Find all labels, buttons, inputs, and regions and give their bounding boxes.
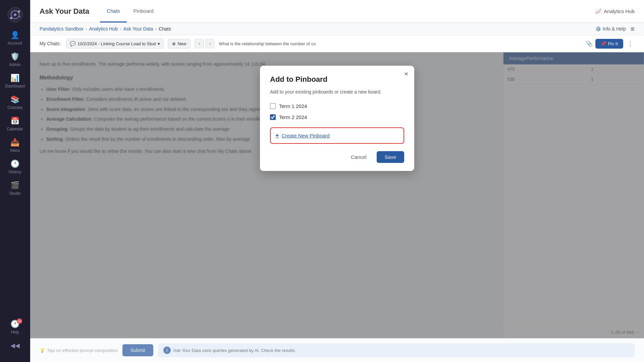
- create-new-pinboard-button[interactable]: + Create New Pinboard: [270, 127, 404, 144]
- nav-arrows: ‹ ›: [195, 39, 215, 48]
- lightbulb-icon: 💡: [40, 348, 45, 353]
- sidebar-item-account[interactable]: 👤 Account: [0, 27, 30, 49]
- term2-checkbox[interactable]: [270, 114, 276, 120]
- term1-checkbox[interactable]: [270, 103, 276, 109]
- chat-date-label: 10/2/2024 - Linking Course Load to Stud: [77, 41, 156, 46]
- sidebar-item-studio[interactable]: 🎬 Studio: [0, 178, 30, 199]
- my-chats-label: My Chats:: [40, 41, 61, 46]
- breadcrumb-analytics-hub[interactable]: Analytics Hub: [89, 26, 118, 32]
- ai-icon: i: [163, 347, 171, 354]
- svg-point-5: [19, 16, 20, 17]
- prev-arrow[interactable]: ‹: [195, 39, 204, 48]
- pin-it-button[interactable]: 📌 Pin It: [595, 39, 623, 49]
- svg-point-6: [11, 11, 12, 13]
- sidebar-item-history[interactable]: 🕐 History: [0, 156, 30, 178]
- sidebar-bottom: 🕐 10 Help ◀◀: [0, 316, 30, 359]
- info-help-label: Info & Help: [603, 26, 626, 32]
- content-area: have up to five enrollments. The average…: [30, 52, 644, 338]
- analytics-hub-icon: 📈: [595, 8, 602, 14]
- header-right: 📈 Analytics Hub: [595, 8, 635, 14]
- main-content: Ask Your Data Chats Pinboard 📈 Analytics…: [30, 0, 644, 362]
- sidebar-item-courses[interactable]: 📚 Courses: [0, 92, 30, 113]
- save-button[interactable]: Save: [377, 151, 404, 163]
- pinboard-option-term2[interactable]: Term 2 2024: [270, 112, 404, 123]
- tips-label: 💡 Tips on effective prompt composition: [40, 348, 118, 353]
- pinboard-option-term1[interactable]: Term 1 2024: [270, 101, 404, 112]
- analytics-hub-label: Analytics Hub: [604, 8, 635, 14]
- analytics-hub-button[interactable]: 📈 Analytics Hub: [595, 8, 635, 14]
- tab-chats[interactable]: Chats: [100, 0, 126, 22]
- sidebar-item-admin-label: Admin: [9, 62, 20, 67]
- pin-it-label: Pin It: [608, 41, 618, 46]
- page-title: Ask Your Data: [40, 7, 89, 16]
- footer: 💡 Tips on effective prompt composition S…: [30, 338, 644, 362]
- svg-point-2: [14, 13, 16, 16]
- courses-icon: 📚: [10, 95, 19, 104]
- sidebar-item-admin[interactable]: 🛡️ Admin: [0, 49, 30, 70]
- dashboard-icon: 📊: [10, 74, 19, 82]
- sidebar-item-calendar[interactable]: 📅 Calendar: [0, 113, 30, 135]
- grid-icon: ⊞: [631, 26, 635, 32]
- breadcrumb-right: ⚙️ Info & Help ⊞: [595, 26, 635, 32]
- sidebar-item-dashboard[interactable]: 📊 Dashboard: [0, 70, 30, 92]
- chat-selector[interactable]: 💬 10/2/2024 - Linking Course Load to Stu…: [66, 39, 164, 49]
- breadcrumb-sandbox[interactable]: Pandalytics Sandbox: [40, 26, 84, 32]
- modal-overlay[interactable]: × Add to Pinboard Add to your existing p…: [30, 52, 644, 338]
- calendar-icon: 📅: [10, 117, 19, 125]
- toolbar-actions: 📎 📌 Pin It ⋮: [586, 39, 635, 49]
- more-options-button[interactable]: ⋮: [626, 39, 635, 49]
- sidebar-item-calendar-label: Calendar: [7, 127, 23, 131]
- term1-label[interactable]: Term 1 2024: [279, 103, 307, 109]
- cancel-button[interactable]: Cancel: [345, 151, 373, 163]
- new-label: New: [177, 41, 186, 46]
- next-arrow[interactable]: ›: [205, 39, 215, 48]
- header-tabs: Chats Pinboard: [100, 0, 160, 22]
- sidebar-item-inbox-label: Inbox: [10, 148, 20, 153]
- ai-notice: i Ask Your Data uses queries generated b…: [158, 343, 635, 357]
- plus-icon: ⊕: [172, 41, 176, 46]
- breadcrumb-bar: Pandalytics Sandbox › Analytics Hub › As…: [30, 23, 644, 35]
- sidebar-item-inbox[interactable]: 📥 Inbox: [0, 135, 30, 156]
- page-header: Ask Your Data Chats Pinboard 📈 Analytics…: [30, 0, 644, 23]
- chat-question: What is the relationship between the num…: [219, 41, 582, 46]
- chat-bubble-icon: 💬: [70, 41, 75, 46]
- history-icon: 🕐: [10, 160, 19, 168]
- svg-point-3: [18, 10, 20, 12]
- svg-point-4: [10, 17, 12, 19]
- breadcrumb-ask-your-data[interactable]: Ask Your Data: [123, 26, 153, 32]
- create-new-label[interactable]: Create New Pinboard: [282, 133, 330, 138]
- info-help-button[interactable]: ⚙️ Info & Help: [595, 26, 626, 32]
- new-chat-button[interactable]: ⊕ New: [168, 39, 191, 49]
- sidebar-item-dashboard-label: Dashboard: [5, 84, 25, 88]
- term2-label[interactable]: Term 2 2024: [279, 114, 307, 120]
- help-badge: 10: [17, 318, 22, 324]
- plus-icon: +: [275, 132, 279, 139]
- modal-subtitle: Add to your existing pinboards or create…: [270, 89, 404, 95]
- chevron-down-icon: ▾: [158, 41, 160, 46]
- sidebar-item-history-label: History: [9, 170, 21, 174]
- help-icon: 🕐 10: [10, 320, 19, 328]
- inbox-icon: 📥: [10, 138, 19, 147]
- pin-icon: 📌: [601, 41, 606, 46]
- sidebar-item-courses-label: Courses: [7, 105, 22, 110]
- add-to-pinboard-modal: × Add to Pinboard Add to your existing p…: [260, 66, 414, 171]
- paperclip-icon: 📎: [586, 41, 593, 47]
- sidebar: 👤 Account 🛡️ Admin 📊 Dashboard 📚 Courses…: [0, 0, 30, 362]
- modal-footer: Cancel Save: [270, 151, 404, 163]
- studio-icon: 🎬: [10, 181, 19, 190]
- gear-icon: ⚙️: [595, 26, 601, 32]
- account-icon: 👤: [10, 31, 19, 40]
- tab-pinboard[interactable]: Pinboard: [127, 0, 160, 22]
- sidebar-item-help-label: Help: [11, 330, 19, 335]
- breadcrumb-chats: Chats: [159, 26, 171, 32]
- sidebar-collapse-button[interactable]: ◀◀: [0, 338, 30, 353]
- sidebar-item-studio-label: Studio: [9, 191, 20, 196]
- modal-close-button[interactable]: ×: [404, 70, 408, 77]
- submit-button[interactable]: Submit: [122, 344, 153, 356]
- chat-toolbar: My Chats: 💬 10/2/2024 - Linking Course L…: [30, 35, 644, 52]
- sidebar-item-account-label: Account: [8, 41, 22, 46]
- collapse-icon: ◀◀: [10, 342, 20, 349]
- sidebar-item-help[interactable]: 🕐 10 Help: [0, 316, 30, 338]
- breadcrumb: Pandalytics Sandbox › Analytics Hub › As…: [40, 26, 171, 32]
- app-logo[interactable]: [6, 6, 24, 23]
